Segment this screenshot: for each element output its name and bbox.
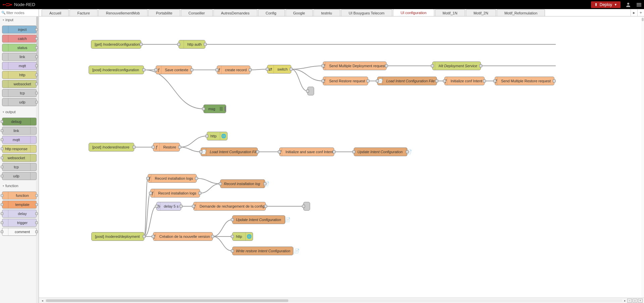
palette-node-status[interactable]: status xyxy=(2,44,37,52)
palette-node-debug[interactable]: debug xyxy=(2,118,37,126)
flow-node-link[interactable] xyxy=(303,202,310,211)
node-output-port[interactable] xyxy=(204,43,207,46)
tab-renouvellementmob[interactable]: RenouvellementMob xyxy=(98,9,148,16)
node-input-port[interactable] xyxy=(154,69,157,72)
flow-node-create-record[interactable]: ƒcreate record xyxy=(217,66,250,74)
node-output-port[interactable] xyxy=(142,69,145,72)
node-input-port[interactable] xyxy=(376,80,379,83)
flow-node-update-intent-configuration[interactable]: Update Intent Configuration📄 xyxy=(232,215,285,224)
node-output-port[interactable] xyxy=(435,80,438,83)
node-output-port[interactable] xyxy=(263,182,266,185)
tab-ui-configuration[interactable]: UI configuration xyxy=(393,9,434,16)
node-input-port[interactable] xyxy=(352,150,355,154)
node-output-port[interactable] xyxy=(406,150,409,154)
node-input-port[interactable] xyxy=(199,150,202,154)
flow-node-initialize-and-save-conf-intent[interactable]: ƒInitialize and save conf Intent xyxy=(279,147,334,156)
flow-node-load-intent-configuration-file[interactable]: 📄Load Intent Configuration File xyxy=(201,147,258,156)
flow-node-http[interactable]: http🌐 xyxy=(232,232,253,241)
tab-motif-reformulation[interactable]: Motif_Reformulation xyxy=(497,9,545,16)
flow-node-send-restore-request[interactable]: ƒSend Restore request xyxy=(323,77,368,85)
flow-node--post---nodered-configuration[interactable]: [post] /nodered/configuration xyxy=(89,66,144,74)
node-input-port[interactable] xyxy=(146,177,149,180)
flow-node-save-contexte[interactable]: ƒSave contexte xyxy=(156,66,192,74)
flow-node-write-restore-intent-configuration[interactable]: Write restore Intent Configuration📄 xyxy=(232,247,293,255)
node-input-port[interactable] xyxy=(278,150,281,154)
deploy-button[interactable]: ⬆ Deploy ▼ xyxy=(591,1,621,8)
flow-node--get---nodered-configuration[interactable]: [get] /nodered/configuration xyxy=(91,40,141,49)
flow-node-record-installation-logs[interactable]: ƒRecord installation logs xyxy=(148,174,197,183)
node-input-port[interactable] xyxy=(202,107,205,111)
flow-node-record-installation-log[interactable]: Record installation log📄 xyxy=(220,179,265,188)
node-input-port[interactable] xyxy=(231,235,234,238)
palette-node-comment[interactable]: comment xyxy=(2,228,37,236)
flow-node-delay-5-s[interactable]: ◷delay 5 s xyxy=(156,202,181,211)
flow-node-update-intent-configuration[interactable]: Update Intent Configuration📄 xyxy=(354,147,407,156)
node-output-port[interactable] xyxy=(211,235,214,238)
node-output-port[interactable] xyxy=(133,146,136,149)
node-input-port[interactable] xyxy=(152,146,155,149)
node-output-port[interactable] xyxy=(553,80,556,83)
palette-node-http[interactable]: http xyxy=(2,71,37,79)
node-output-port[interactable] xyxy=(190,69,193,72)
tab-motif-2n[interactable]: Motif_2N xyxy=(466,9,496,16)
node-input-port[interactable] xyxy=(231,250,234,253)
node-input-port[interactable] xyxy=(192,205,195,208)
palette-node-http-response[interactable]: http response xyxy=(2,145,37,153)
palette-node-function[interactable]: function xyxy=(2,191,37,200)
palette-node-catch[interactable]: catch xyxy=(2,35,37,43)
node-output-port[interactable] xyxy=(479,64,482,68)
tab-conseiller[interactable]: Conseiller xyxy=(181,9,213,16)
node-input-port[interactable] xyxy=(219,182,222,185)
palette-node-mqtt[interactable]: mqtt xyxy=(2,136,37,144)
canvas-scrollbar-vertical[interactable] xyxy=(641,16,644,298)
palette-node-udp[interactable]: udp xyxy=(2,172,37,180)
palette-filter-input[interactable] xyxy=(6,11,37,15)
node-output-port[interactable] xyxy=(143,235,146,238)
palette-node-inject[interactable]: inject xyxy=(2,26,37,34)
node-output-port[interactable] xyxy=(290,68,293,71)
flow-node-send-multiple-restore-request[interactable]: ƒSend Multiple Restore request xyxy=(495,77,554,85)
node-output-port[interactable] xyxy=(385,64,388,68)
tab-motif-1n[interactable]: Motif_1N xyxy=(435,9,465,16)
node-output-port[interactable] xyxy=(249,69,252,72)
palette-category-input[interactable]: ▾input xyxy=(0,16,39,23)
node-input-port[interactable] xyxy=(431,64,434,68)
palette-node-mqtt[interactable]: mqtt xyxy=(2,62,37,70)
node-input-port[interactable] xyxy=(149,192,152,195)
node-output-port[interactable] xyxy=(483,80,486,83)
tab-ui-bouygues-telecom[interactable]: UI Bouygues Telecom xyxy=(341,9,392,16)
node-input-port[interactable] xyxy=(321,80,325,83)
node-input-port[interactable] xyxy=(321,64,325,68)
palette-node-tcp[interactable]: tcp xyxy=(2,89,37,97)
flow-node-switch[interactable]: ⇄switch xyxy=(267,65,291,74)
debug-toggle[interactable] xyxy=(225,106,226,111)
node-input-port[interactable] xyxy=(302,205,305,208)
flow-node--post---nodered-restore[interactable]: [post] /nodered/restore xyxy=(89,143,134,152)
node-input-port[interactable] xyxy=(152,235,155,238)
palette-node-template[interactable]: template xyxy=(2,201,37,209)
node-input-port[interactable] xyxy=(306,90,309,93)
node-output-port[interactable] xyxy=(264,205,267,208)
node-output-port[interactable] xyxy=(140,43,143,46)
tab-scroll-right[interactable]: ▸ xyxy=(631,9,637,16)
tab-accueil[interactable]: Accueil xyxy=(42,9,69,16)
flow-node-send-multiple-deployment-request[interactable]: ƒSend Multiple Deployment request xyxy=(323,61,387,70)
node-output-port[interactable] xyxy=(198,192,201,195)
flow-node-initialize-conf-intent[interactable]: ƒInitialize conf Intent xyxy=(444,77,485,85)
node-output-port[interactable] xyxy=(180,205,183,208)
canvas-scrollbar-horizontal[interactable] xyxy=(45,299,622,302)
flow-node-cr-ation-de-la-nouvelle-version[interactable]: ƒCréation de la nouvelle version xyxy=(153,232,213,241)
user-button[interactable] xyxy=(623,0,633,9)
node-output-port[interactable] xyxy=(333,150,336,154)
palette-node-delay[interactable]: delay xyxy=(2,210,37,218)
palette-node-link[interactable]: link xyxy=(2,53,37,61)
node-output-port[interactable] xyxy=(366,80,369,83)
flow-node-msg[interactable]: msg xyxy=(203,104,226,113)
node-input-port[interactable] xyxy=(493,80,496,83)
node-output-port[interactable] xyxy=(178,146,181,149)
zoom-reset-button[interactable]: ○ xyxy=(633,299,637,303)
node-output-port[interactable] xyxy=(256,150,259,154)
node-output-port[interactable] xyxy=(195,177,198,180)
tab-config[interactable]: Config xyxy=(258,9,285,16)
zoom-out-button[interactable]: − xyxy=(627,299,632,303)
